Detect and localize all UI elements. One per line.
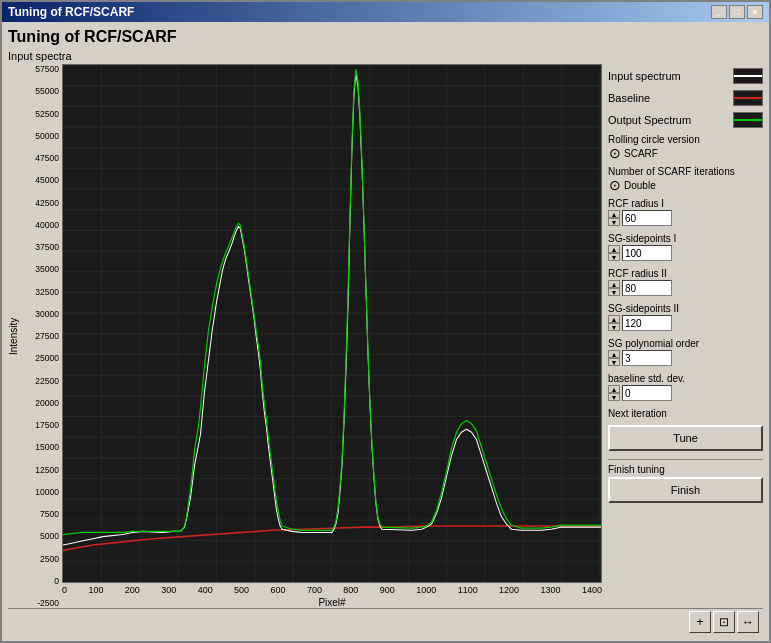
y-axis-label: Intensity xyxy=(8,64,22,608)
rcf-radius-ii-down[interactable]: ▼ xyxy=(608,288,620,296)
sg-sidepoints-i-down[interactable]: ▼ xyxy=(608,253,620,261)
rcf-radius-ii-up[interactable]: ▲ xyxy=(608,280,620,288)
sg-poly-order-up[interactable]: ▲ xyxy=(608,350,620,358)
rolling-circle-label: Rolling circle version xyxy=(608,134,763,145)
rcf-radius-i-up[interactable]: ▲ xyxy=(608,210,620,218)
baseline-std-row: ▲ ▼ xyxy=(608,385,763,401)
rcf-radius-ii-input[interactable] xyxy=(622,280,672,296)
legend-baseline-icon xyxy=(733,90,763,106)
legend-baseline: Baseline xyxy=(608,90,763,106)
baseline-std-group: baseline std. dev. ▲ ▼ xyxy=(608,373,763,401)
sg-poly-order-group: SG polynomial order ▲ ▼ xyxy=(608,338,763,366)
x-axis-label: Pixel# xyxy=(62,597,602,608)
scarf-iterations-label: Number of SCARF iterations xyxy=(608,166,763,177)
y-tick-labels: 57500 55000 52500 50000 47500 45000 4250… xyxy=(22,64,62,608)
legend-input-spectrum: Input spectrum xyxy=(608,68,763,84)
rolling-circle-row: ⊙ SCARF xyxy=(608,146,763,160)
close-button[interactable]: × xyxy=(747,5,763,19)
rcf-radius-i-input[interactable] xyxy=(622,210,672,226)
sg-sidepoints-ii-label: SG-sidepoints II xyxy=(608,303,763,314)
x-axis-ticks: 0 100 200 300 400 500 600 700 800 900 10… xyxy=(62,583,602,595)
sg-sidepoints-i-input[interactable] xyxy=(622,245,672,261)
scarf-iterations-row: ⊙ Double xyxy=(608,178,763,192)
rcf-radius-ii-row: ▲ ▼ xyxy=(608,280,763,296)
sg-sidepoints-ii-up[interactable]: ▲ xyxy=(608,315,620,323)
baseline-std-label: baseline std. dev. xyxy=(608,373,763,384)
baseline-std-input[interactable] xyxy=(622,385,672,401)
finish-section: Finish tuning Finish xyxy=(608,459,763,503)
page-title: Tuning of RCF/SCARF xyxy=(8,28,763,46)
scarf-iterations-group: Number of SCARF iterations ⊙ Double xyxy=(608,166,763,192)
bottom-toolbar: + ⊡ ↔ xyxy=(8,608,763,635)
sg-sidepoints-ii-down[interactable]: ▼ xyxy=(608,323,620,331)
sg-sidepoints-ii-input[interactable] xyxy=(622,315,672,331)
main-window: Tuning of RCF/SCARF _ □ × Tuning of RCF/… xyxy=(0,0,771,643)
sg-sidepoints-i-group: SG-sidepoints I ▲ ▼ xyxy=(608,233,763,261)
finish-tuning-label: Finish tuning xyxy=(608,464,763,475)
rolling-circle-value: SCARF xyxy=(624,148,658,159)
sg-poly-order-label: SG polynomial order xyxy=(608,338,763,349)
legend-baseline-label: Baseline xyxy=(608,92,650,104)
zoom-out-icon: ⊡ xyxy=(719,615,729,629)
titlebar: Tuning of RCF/SCARF _ □ × xyxy=(2,2,769,22)
main-area: Input spectra Intensity 57500 55000 5250… xyxy=(8,50,763,608)
sg-poly-order-spinner[interactable]: ▲ ▼ xyxy=(608,350,620,366)
baseline-std-spinner[interactable]: ▲ ▼ xyxy=(608,385,620,401)
sg-poly-order-input[interactable] xyxy=(622,350,672,366)
scarf-iterations-value: Double xyxy=(624,180,656,191)
baseline-std-down[interactable]: ▼ xyxy=(608,393,620,401)
window-content: Tuning of RCF/SCARF Input spectra Intens… xyxy=(2,22,769,641)
title-text: Tuning of RCF/SCARF xyxy=(8,5,134,19)
titlebar-buttons: _ □ × xyxy=(711,5,763,19)
legend-output-icon xyxy=(733,112,763,128)
sg-poly-order-row: ▲ ▼ xyxy=(608,350,763,366)
tune-button[interactable]: Tune xyxy=(608,425,763,451)
maximize-button[interactable]: □ xyxy=(729,5,745,19)
scarf-iterations-radio[interactable]: ⊙ xyxy=(608,178,622,192)
sg-sidepoints-i-label: SG-sidepoints I xyxy=(608,233,763,244)
sg-sidepoints-ii-spinner[interactable]: ▲ ▼ xyxy=(608,315,620,331)
rcf-radius-i-label: RCF radius I xyxy=(608,198,763,209)
zoom-in-icon: + xyxy=(696,615,703,629)
sg-sidepoints-i-row: ▲ ▼ xyxy=(608,245,763,261)
legend-input-label: Input spectrum xyxy=(608,70,681,82)
chart-area: 0 100 200 300 400 500 600 700 800 900 10… xyxy=(62,64,602,608)
chart-panel: Input spectra Intensity 57500 55000 5250… xyxy=(8,50,602,608)
sg-sidepoints-i-up[interactable]: ▲ xyxy=(608,245,620,253)
zoom-in-button[interactable]: + xyxy=(689,611,711,633)
baseline-std-up[interactable]: ▲ xyxy=(608,385,620,393)
rcf-radius-i-row: ▲ ▼ xyxy=(608,210,763,226)
chart-input-label: Input spectra xyxy=(8,50,602,62)
finish-button[interactable]: Finish xyxy=(608,477,763,503)
chart-wrapper: Intensity 57500 55000 52500 50000 47500 … xyxy=(8,64,602,608)
legend-output-spectrum: Output Spectrum xyxy=(608,112,763,128)
rcf-radius-i-group: RCF radius I ▲ ▼ xyxy=(608,198,763,226)
sg-poly-order-down[interactable]: ▼ xyxy=(608,358,620,366)
sg-sidepoints-i-spinner[interactable]: ▲ ▼ xyxy=(608,245,620,261)
rolling-circle-radio[interactable]: ⊙ xyxy=(608,146,622,160)
pan-button[interactable]: ↔ xyxy=(737,611,759,633)
rolling-circle-group: Rolling circle version ⊙ SCARF xyxy=(608,134,763,160)
sg-sidepoints-ii-group: SG-sidepoints II ▲ ▼ xyxy=(608,303,763,331)
chart-svg-container[interactable] xyxy=(62,64,602,583)
minimize-button[interactable]: _ xyxy=(711,5,727,19)
sg-sidepoints-ii-row: ▲ ▼ xyxy=(608,315,763,331)
rcf-radius-ii-group: RCF radius II ▲ ▼ xyxy=(608,268,763,296)
rcf-radius-i-spinner[interactable]: ▲ ▼ xyxy=(608,210,620,226)
legend-output-label: Output Spectrum xyxy=(608,114,691,126)
rcf-radius-i-down[interactable]: ▼ xyxy=(608,218,620,226)
rcf-radius-ii-spinner[interactable]: ▲ ▼ xyxy=(608,280,620,296)
right-panel: Input spectrum Baseline Output Spectrum xyxy=(608,50,763,608)
rcf-radius-ii-label: RCF radius II xyxy=(608,268,763,279)
legend-input-icon xyxy=(733,68,763,84)
next-iteration-label: Next iteration xyxy=(608,408,763,419)
zoom-out-button[interactable]: ⊡ xyxy=(713,611,735,633)
svg-rect-0 xyxy=(63,65,601,582)
pan-icon: ↔ xyxy=(742,615,754,629)
